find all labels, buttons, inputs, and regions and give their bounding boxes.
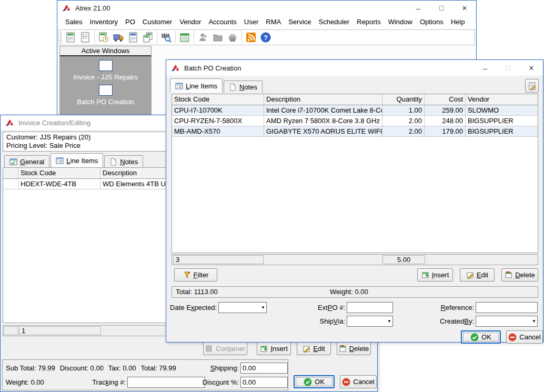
toolbar: ? <box>58 29 475 45</box>
table-cell: 259.00 <box>425 105 466 115</box>
cancel-button[interactable]: Cancel <box>340 375 377 388</box>
total-text: Total: 79.99 <box>141 364 176 372</box>
menu-item[interactable]: Reports <box>354 17 384 27</box>
table-cell: HDEXT-WDE-4TB <box>18 179 100 189</box>
edit-button[interactable]: Edit <box>460 268 495 282</box>
chevron-down-icon: ▼ <box>261 303 265 313</box>
scheduled-invoice-icon[interactable] <box>96 31 111 44</box>
date-expected-combo[interactable]: ▼ <box>218 302 267 313</box>
insert-button[interactable]: Insert <box>257 342 291 355</box>
barcode-search-icon[interactable] <box>159 31 174 44</box>
column-header[interactable]: Vendor <box>466 94 538 105</box>
tracking-input[interactable] <box>127 377 205 388</box>
toolbar-grip[interactable] <box>60 32 62 43</box>
close-icon[interactable] <box>520 60 543 76</box>
menu-item[interactable]: Scheduler <box>316 17 353 27</box>
ok-icon <box>470 333 479 341</box>
maximize-icon[interactable] <box>430 1 453 15</box>
table-cell: CPU-RYZEN-7-5800X <box>172 116 264 126</box>
table-cell: 248.00 <box>425 116 466 126</box>
price-list-icon[interactable] <box>78 31 93 44</box>
menu-item[interactable]: RMA <box>263 17 284 27</box>
tab-line-items[interactable]: Line Items <box>170 78 223 93</box>
selector-footer-cell <box>4 326 18 335</box>
menu-item[interactable]: Window <box>385 17 416 27</box>
ok-icon <box>304 378 312 386</box>
shipping-input[interactable] <box>240 363 288 374</box>
tab-line-items[interactable]: Line Items <box>51 153 103 167</box>
help-icon[interactable]: ? <box>258 31 273 44</box>
discount-pct-input[interactable] <box>240 377 288 388</box>
menu-item[interactable]: Sales <box>62 17 86 27</box>
batch-po-window-title: Batch PO Creation <box>184 64 241 72</box>
main-title-bar[interactable]: Atrex 21.00 <box>57 1 476 15</box>
tab-general[interactable]: General <box>4 155 49 167</box>
discount-pct-label: Discount %: <box>195 377 239 388</box>
ext-po-input[interactable] <box>347 302 393 313</box>
close-icon[interactable] <box>453 1 476 15</box>
active-window-item-invoice[interactable]: Invoice - JJS Repairs <box>59 60 152 81</box>
minimize-icon[interactable] <box>407 1 430 15</box>
news-feed-icon[interactable] <box>244 31 258 44</box>
ok-button[interactable]: OK <box>294 375 335 388</box>
active-window-item-batch-po[interactable]: Batch PO Creation <box>59 85 152 106</box>
menu-item[interactable]: PO <box>122 17 138 27</box>
menu-item[interactable]: Accounts <box>205 17 239 27</box>
edit-button[interactable]: Edit <box>297 342 331 355</box>
sub-total-text: Sub Total: 79.99 <box>6 364 55 372</box>
column-header[interactable]: Cost <box>425 94 466 105</box>
insert-button[interactable]: Insert <box>417 268 453 282</box>
menu-item[interactable]: Vendor <box>176 17 204 27</box>
container-icon <box>205 345 213 353</box>
calendar-icon[interactable] <box>177 31 192 44</box>
tab-notes[interactable]: Notes <box>104 155 143 167</box>
tab-notes[interactable]: Notes <box>224 81 263 93</box>
ship-via-combo[interactable]: ▼ <box>347 316 393 327</box>
batch-po-title-bar[interactable]: Batch PO Creation <box>166 60 543 76</box>
window-icon <box>99 60 113 71</box>
edit-notes-button[interactable] <box>525 79 539 93</box>
cancel-button[interactable]: Cancel <box>506 330 543 344</box>
atrex-logo-icon <box>170 64 180 72</box>
delete-button[interactable]: Delete <box>501 268 538 282</box>
svg-text:?: ? <box>264 34 268 42</box>
toolbar-separator <box>241 31 242 44</box>
table-header-row: Stock CodeDescriptionQuantityCostVendor <box>172 94 538 105</box>
menu-item[interactable]: Help <box>448 17 468 27</box>
invoice-icon[interactable] <box>63 31 78 44</box>
menu-item[interactable]: User <box>241 17 261 27</box>
minimize-icon[interactable] <box>474 60 497 76</box>
table-row[interactable]: CPU-RYZEN-7-5800XAMD Ryzen 7 5800X 8-Cor… <box>172 116 538 126</box>
reference-input[interactable] <box>476 302 538 313</box>
tab-label: Notes <box>120 158 138 166</box>
created-by-combo[interactable]: ▼ <box>476 316 538 327</box>
column-header[interactable]: Stock Code <box>18 168 100 178</box>
desktop: Atrex 21.00 SalesInventoryPOCustomerVend… <box>0 0 544 392</box>
column-header[interactable]: Description <box>264 94 382 105</box>
active-windows-header[interactable]: Active Windows <box>59 46 152 56</box>
menu-item[interactable]: Options <box>417 17 447 27</box>
edit-icon <box>303 345 310 353</box>
line-items-tab-icon <box>175 82 183 90</box>
column-header[interactable]: Quantity <box>382 94 425 105</box>
customer-document-icon[interactable] <box>126 31 140 44</box>
delete-button[interactable]: Delete <box>337 342 371 355</box>
ok-button[interactable]: OK <box>461 330 501 344</box>
chevron-down-icon: ▼ <box>532 316 536 326</box>
table-row[interactable]: CPU-I7-10700KIntel Core i7-10700K Comet … <box>172 105 538 116</box>
menu-item[interactable]: Inventory <box>87 17 121 27</box>
menu-item[interactable]: Service <box>285 17 314 27</box>
table-cell: Intel Core i7-10700K Comet Lake 8-Core 3 <box>264 105 382 115</box>
column-header[interactable]: Stock Code <box>172 94 264 105</box>
window-icon <box>99 85 113 96</box>
table-row[interactable]: MB-AMD-X570GIGABYTE X570 AORUS ELITE WIF… <box>172 126 538 137</box>
copy-documents-icon[interactable] <box>140 31 155 44</box>
tab-label: Notes <box>239 83 257 91</box>
filter-button[interactable]: Filter <box>174 268 217 282</box>
quantity-total: 5.00 <box>382 255 425 264</box>
menu-item[interactable]: Customer <box>139 17 175 27</box>
purchase-order-icon[interactable] <box>111 31 126 44</box>
user-icon <box>196 31 210 44</box>
cancel-icon <box>508 333 517 341</box>
column-header[interactable] <box>3 168 18 178</box>
